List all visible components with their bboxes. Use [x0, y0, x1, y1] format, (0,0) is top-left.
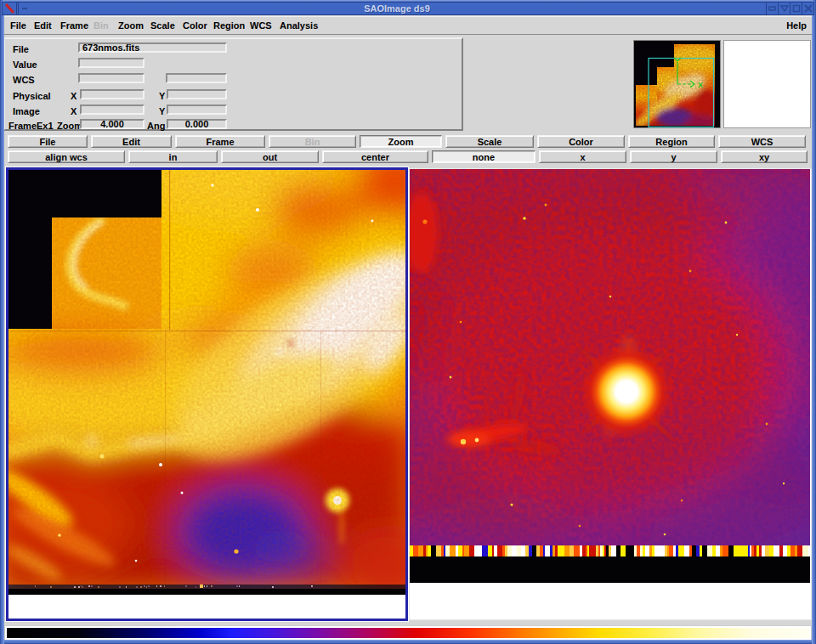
svg-text:X: X: [698, 81, 703, 89]
